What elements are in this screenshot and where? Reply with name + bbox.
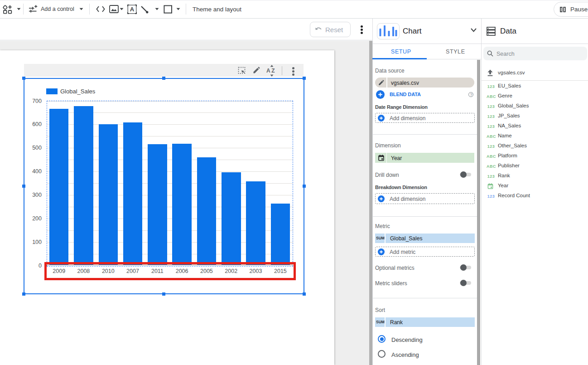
svg-text:A: A xyxy=(130,6,135,13)
